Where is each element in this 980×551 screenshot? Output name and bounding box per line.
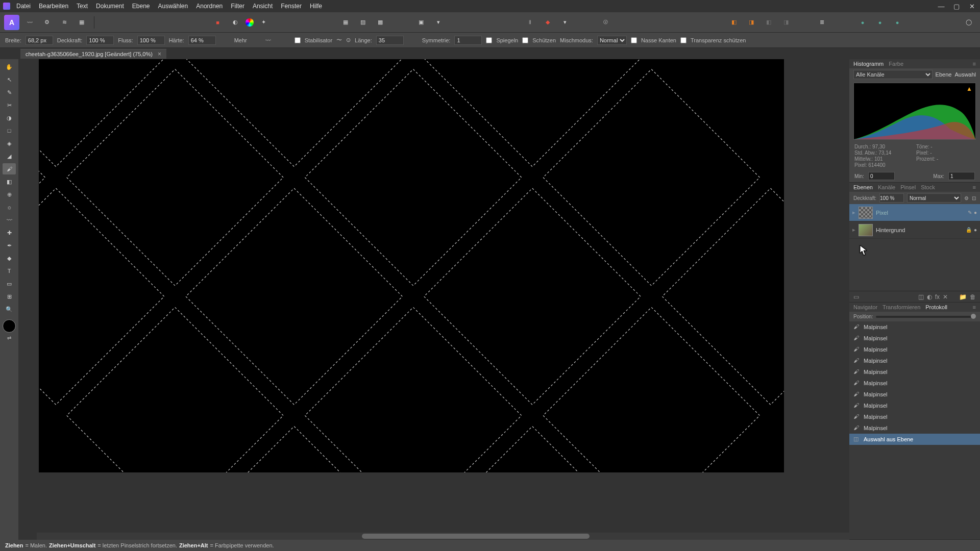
erase-tool-icon[interactable]: ◧ bbox=[3, 176, 16, 187]
move-tool-icon[interactable]: ↖ bbox=[3, 74, 16, 85]
contrast-icon[interactable]: ◐ bbox=[228, 15, 242, 30]
flood-tool-icon[interactable]: ◈ bbox=[3, 138, 16, 149]
menu-ebene[interactable]: Ebene bbox=[132, 3, 150, 10]
cloud3-icon[interactable]: ● bbox=[890, 15, 904, 30]
layer-opacity-input[interactable] bbox=[879, 193, 904, 203]
crop-tool-icon[interactable]: ✂ bbox=[3, 99, 16, 111]
selection-sub-icon[interactable]: ▨ bbox=[356, 15, 370, 30]
channel-select[interactable]: Alle Kanäle bbox=[853, 70, 933, 79]
stab-mode1-icon[interactable]: 〜 bbox=[336, 36, 342, 44]
history-item[interactable]: 🖌Malpinsel bbox=[849, 355, 980, 366]
layer-blend-select[interactable]: Normal bbox=[907, 193, 961, 203]
brush-preview-icon[interactable]: 〰 bbox=[265, 37, 271, 43]
clip2-icon[interactable]: ◨ bbox=[744, 15, 758, 30]
menu-anordnen[interactable]: Anordnen bbox=[196, 3, 223, 10]
text-tool-icon[interactable]: T bbox=[3, 265, 16, 277]
canvas[interactable] bbox=[39, 59, 784, 472]
color-wheel-icon[interactable] bbox=[246, 18, 254, 27]
clip1-icon[interactable]: ◧ bbox=[727, 15, 741, 30]
history-item[interactable]: 🖌Malpinsel bbox=[849, 400, 980, 411]
menu-dokument[interactable]: Dokument bbox=[96, 3, 124, 10]
haerte-input[interactable] bbox=[188, 36, 216, 45]
gradient-tool-icon[interactable]: ◢ bbox=[3, 151, 16, 162]
history-item[interactable]: 🖌Malpinsel bbox=[849, 321, 980, 333]
breite-input[interactable] bbox=[26, 36, 53, 45]
zoom-tool-icon[interactable]: 🔍 bbox=[3, 304, 16, 315]
min-input[interactable] bbox=[868, 172, 895, 180]
dropdown-icon[interactable]: ▾ bbox=[431, 15, 446, 30]
persona-develop-icon[interactable]: ⚙ bbox=[40, 15, 54, 30]
account-icon[interactable]: ◯ bbox=[962, 15, 976, 30]
layer-preview-icon[interactable]: ▭ bbox=[853, 293, 859, 300]
history-item[interactable]: 🖌Malpinsel bbox=[849, 422, 980, 434]
layer-folder-icon[interactable]: 📁 bbox=[959, 293, 967, 300]
close-tab-icon[interactable]: × bbox=[158, 51, 161, 58]
color-well[interactable] bbox=[3, 319, 16, 333]
layers-menu-icon[interactable]: ≡ bbox=[973, 184, 976, 190]
mischmodus-select[interactable]: Normal bbox=[597, 36, 627, 45]
stabilisator-check[interactable] bbox=[295, 37, 301, 43]
layer-group-icon[interactable]: ✕ bbox=[943, 293, 948, 300]
minimize-icon[interactable]: — bbox=[936, 2, 946, 10]
tab-ebenen[interactable]: Ebenen bbox=[853, 184, 873, 190]
menu-text[interactable]: Text bbox=[77, 3, 88, 10]
max-input[interactable] bbox=[948, 172, 975, 180]
maximize-icon[interactable]: ▢ bbox=[951, 2, 962, 10]
stab-mode2-icon[interactable]: ⊙ bbox=[346, 37, 351, 43]
layer-lock2-icon[interactable]: 🔒 bbox=[966, 227, 972, 233]
nasse-check[interactable] bbox=[631, 37, 637, 43]
selection-add-icon[interactable]: ▦ bbox=[338, 15, 353, 30]
cloud1-icon[interactable]: ● bbox=[855, 15, 870, 30]
menu-bearbeiten[interactable]: Bearbeiten bbox=[39, 3, 68, 10]
selection-int-icon[interactable]: ▩ bbox=[373, 15, 387, 30]
layer-fx-icon[interactable]: ⚙ bbox=[964, 195, 969, 201]
layer-adjust-icon[interactable]: ◐ bbox=[927, 293, 932, 300]
clone-tool-icon[interactable]: ⊕ bbox=[3, 189, 16, 200]
arrange-icon[interactable]: ≣ bbox=[815, 15, 829, 30]
record-icon[interactable]: ◆ bbox=[541, 15, 555, 30]
layer-pixel[interactable]: ▸ Pixel ✎● bbox=[849, 204, 980, 221]
menu-datei[interactable]: Datei bbox=[16, 3, 31, 10]
tab-protokoll[interactable]: Protokoll bbox=[925, 304, 947, 310]
layer-mask-icon[interactable]: ◫ bbox=[918, 293, 924, 300]
history-item[interactable]: 🖌Malpinsel bbox=[849, 411, 980, 422]
history-item[interactable]: 🖌Malpinsel bbox=[849, 344, 980, 355]
layer-vis2-icon[interactable]: ● bbox=[974, 210, 977, 215]
swap-colors-icon[interactable]: ⇄ bbox=[7, 335, 11, 341]
layer-name-pixel[interactable]: Pixel bbox=[876, 210, 888, 216]
view-tool-icon[interactable]: ⊞ bbox=[3, 291, 16, 302]
dodge-tool-icon[interactable]: ☼ bbox=[3, 202, 16, 213]
marquee-tool-icon[interactable]: □ bbox=[3, 125, 16, 136]
layer-delete-icon[interactable]: 🗑 bbox=[970, 293, 976, 300]
ghost1-icon[interactable]: ◧ bbox=[762, 15, 776, 30]
dropdown2-icon[interactable]: ▾ bbox=[558, 15, 572, 30]
menu-auswaehlen[interactable]: Auswählen bbox=[158, 3, 188, 10]
panel-menu-icon[interactable]: ≡ bbox=[973, 61, 976, 67]
hand-tool-icon[interactable]: ✋ bbox=[3, 61, 16, 72]
warning-icon[interactable]: ▲ bbox=[966, 85, 972, 92]
tab-stock[interactable]: Stock bbox=[921, 184, 935, 190]
fluss-input[interactable] bbox=[137, 36, 165, 45]
swatch-red-icon[interactable]: ■ bbox=[211, 15, 225, 30]
selection-brush-tool-icon[interactable]: ◑ bbox=[3, 112, 16, 123]
menu-filter[interactable]: Filter bbox=[231, 3, 244, 10]
shape-tool-icon[interactable]: ▭ bbox=[3, 278, 16, 289]
node-tool-icon[interactable]: ◆ bbox=[3, 253, 16, 264]
scrollbar-horizontal[interactable] bbox=[37, 533, 849, 540]
auto-icon[interactable]: ✦ bbox=[257, 15, 271, 30]
hist-ebene-button[interactable]: Ebene bbox=[936, 71, 952, 78]
link-icon[interactable]: ⦾ bbox=[599, 15, 613, 30]
smudge-tool-icon[interactable]: 〰 bbox=[3, 214, 16, 226]
layer-vis-icon[interactable]: ▸ bbox=[852, 209, 855, 216]
history-item[interactable]: 🖌Malpinsel bbox=[849, 389, 980, 400]
align-a-icon[interactable]: ⫴ bbox=[523, 15, 537, 30]
transparenz-check[interactable] bbox=[680, 37, 687, 43]
layer-vis-icon-2[interactable]: ▸ bbox=[852, 227, 855, 233]
tab-transformieren[interactable]: Transformieren bbox=[883, 304, 920, 310]
mehr-button[interactable]: Mehr bbox=[234, 37, 247, 43]
heal-tool-icon[interactable]: ✚ bbox=[3, 227, 16, 238]
history-item[interactable]: 🖌Malpinsel bbox=[849, 333, 980, 344]
menu-fenster[interactable]: Fenster bbox=[281, 3, 302, 10]
pen-tool-icon[interactable]: ✒ bbox=[3, 240, 16, 251]
history-slider[interactable] bbox=[876, 316, 976, 318]
